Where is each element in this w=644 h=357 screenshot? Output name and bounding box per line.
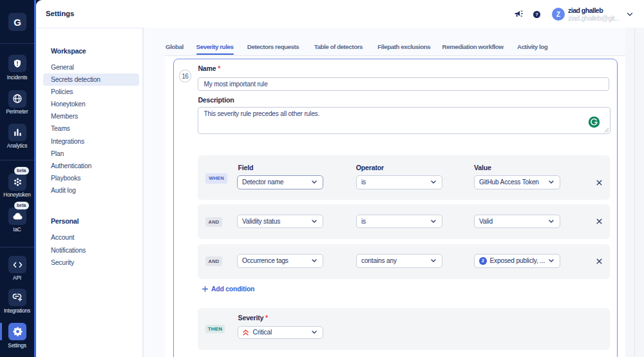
svg-text:?: ? [535,12,538,17]
